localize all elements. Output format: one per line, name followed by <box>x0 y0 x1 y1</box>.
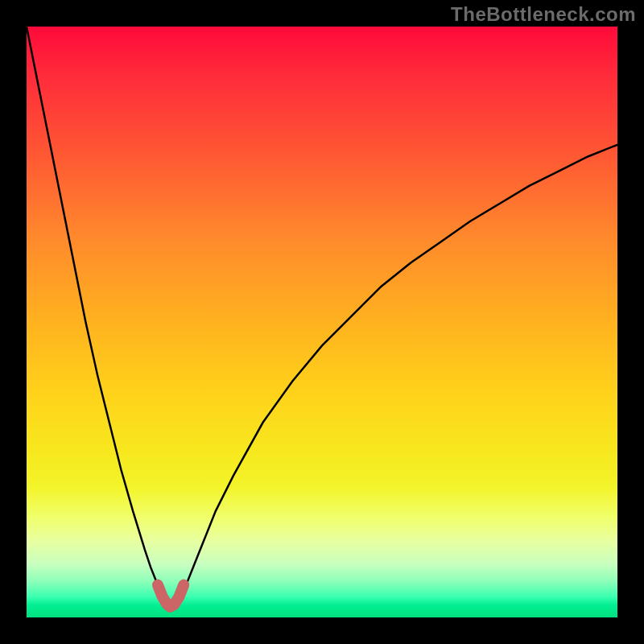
chart-svg <box>27 27 617 617</box>
bottleneck-curve <box>27 27 617 608</box>
watermark-text: TheBottleneck.com <box>451 3 636 26</box>
emphasis-zone <box>158 585 184 607</box>
chart-frame: TheBottleneck.com <box>0 0 644 644</box>
